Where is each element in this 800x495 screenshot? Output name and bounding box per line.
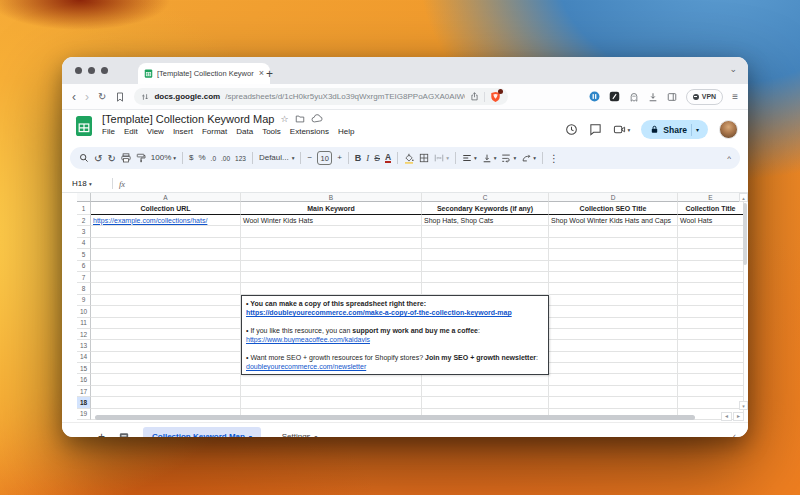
cell-E14[interactable]: [678, 352, 744, 363]
row-header-13[interactable]: 13: [77, 340, 91, 351]
cell-A4[interactable]: [91, 238, 241, 249]
bookmark-icon[interactable]: [115, 92, 125, 102]
cell-E12[interactable]: [678, 329, 744, 340]
menu-file[interactable]: File: [102, 127, 115, 136]
cell-C6[interactable]: [422, 261, 549, 272]
cell-C3[interactable]: [422, 226, 549, 237]
browser-tab[interactable]: [Template] Collection Keywor ×: [138, 63, 270, 84]
cell-A7[interactable]: [91, 272, 241, 283]
sheet-tab-settings[interactable]: Settings▾: [273, 427, 327, 438]
decrease-font-size-button[interactable]: −: [307, 153, 312, 163]
column-header-A[interactable]: A: [91, 193, 241, 202]
increase-decimal-button[interactable]: .00: [221, 155, 230, 162]
cell-E5[interactable]: [678, 249, 744, 260]
cell-E17[interactable]: [678, 386, 744, 397]
brave-shield-icon[interactable]: [490, 91, 501, 103]
avatar[interactable]: [719, 120, 738, 139]
tabstrip-chevron-icon[interactable]: ⌄: [729, 64, 737, 74]
cell-C5[interactable]: [422, 249, 549, 260]
cell-D2[interactable]: Shop Wool Winter Kids Hats and Caps: [549, 215, 678, 226]
cell-D1[interactable]: Collection SEO Title: [549, 202, 678, 215]
cell-D9[interactable]: [549, 295, 678, 306]
row-header-17[interactable]: 17: [77, 386, 91, 397]
more-formats-button[interactable]: 123: [235, 155, 246, 162]
sheet-tab-collection-keyword-map[interactable]: Collection Keyword Map▾: [143, 427, 261, 438]
cell-A18[interactable]: [91, 397, 241, 408]
minimize-window-button[interactable]: [88, 67, 95, 74]
cell-A15[interactable]: [91, 363, 241, 374]
cell-E16[interactable]: [678, 374, 744, 385]
row-header-2[interactable]: 2: [77, 215, 91, 226]
row-header-15[interactable]: 15: [77, 363, 91, 374]
address-bar[interactable]: docs.google.com /spreadsheets/d/1cH0kr5y…: [134, 88, 508, 105]
vpn-button[interactable]: VPN: [686, 89, 723, 105]
column-header-C[interactable]: C: [422, 193, 549, 202]
zoom-select[interactable]: 100%▾: [151, 153, 176, 163]
cell-E2[interactable]: Wool Hats: [678, 215, 744, 226]
row-header-19[interactable]: 19: [77, 409, 91, 420]
cell-C8[interactable]: [422, 283, 549, 294]
document-title[interactable]: [Template] Collection Keyword Map: [102, 113, 274, 125]
horizontal-align-button[interactable]: ▾: [462, 153, 477, 163]
cell-A8[interactable]: [91, 283, 241, 294]
new-tab-button[interactable]: +: [266, 68, 273, 80]
format-currency-button[interactable]: $: [189, 153, 193, 163]
grid-corner[interactable]: [77, 193, 91, 202]
spreadsheet-grid[interactable]: ABCDE1Collection URLMain KeywordSecondar…: [62, 193, 748, 422]
cell-E18[interactable]: [678, 397, 744, 408]
cell-E11[interactable]: [678, 318, 744, 329]
cell-B18[interactable]: [241, 397, 422, 408]
cell-D18[interactable]: [549, 397, 678, 408]
paint-format-icon[interactable]: [136, 153, 146, 163]
sheetbar-scroll-icon[interactable]: ‹: [733, 431, 736, 437]
cell-A2[interactable]: https://example.com/collections/hats/: [91, 215, 241, 226]
increase-font-size-button[interactable]: +: [337, 153, 342, 163]
format-percent-button[interactable]: %: [198, 153, 205, 163]
row-header-16[interactable]: 16: [77, 374, 91, 385]
cell-A13[interactable]: [91, 340, 241, 351]
cell-A3[interactable]: [91, 226, 241, 237]
cell-D6[interactable]: [549, 261, 678, 272]
name-box[interactable]: H18 ▾: [72, 179, 106, 188]
cell-D15[interactable]: [549, 363, 678, 374]
cell-B4[interactable]: [241, 238, 422, 249]
cell-D4[interactable]: [549, 238, 678, 249]
borders-icon[interactable]: [419, 153, 429, 163]
cell-E9[interactable]: [678, 295, 744, 306]
row-header-6[interactable]: 6: [77, 261, 91, 272]
cell-E6[interactable]: [678, 261, 744, 272]
sheet-tab-menu-icon[interactable]: ▾: [249, 434, 252, 438]
cloud-status-icon[interactable]: [311, 114, 323, 124]
decrease-decimal-button[interactable]: .0: [211, 155, 216, 162]
cell-A5[interactable]: [91, 249, 241, 260]
menu-extensions[interactable]: Extensions: [290, 127, 329, 136]
cell-A14[interactable]: [91, 352, 241, 363]
cell-E10[interactable]: [678, 306, 744, 317]
all-sheets-icon[interactable]: [119, 432, 129, 438]
back-button[interactable]: ‹: [72, 91, 76, 103]
strikethrough-button[interactable]: S: [374, 153, 380, 163]
cell-D12[interactable]: [549, 329, 678, 340]
row-header-8[interactable]: 8: [77, 283, 91, 294]
menu-help[interactable]: Help: [338, 127, 354, 136]
bold-button[interactable]: B: [355, 153, 362, 163]
redo-icon[interactable]: ↻: [107, 153, 115, 164]
note-link[interactable]: https://www.buymeacoffee.com/kaidavis: [246, 336, 370, 343]
font-size-input[interactable]: 10: [317, 151, 332, 165]
sidebar-icon[interactable]: [667, 92, 677, 102]
cell-A12[interactable]: [91, 329, 241, 340]
browser-menu-icon[interactable]: ≡: [732, 91, 738, 102]
row-header-4[interactable]: 4: [77, 238, 91, 249]
cell-D17[interactable]: [549, 386, 678, 397]
collapse-toolbar-icon[interactable]: ^: [727, 154, 731, 163]
font-select[interactable]: Defaul...▾: [259, 153, 295, 163]
cell-D3[interactable]: [549, 226, 678, 237]
extension-dark-icon[interactable]: [609, 91, 620, 102]
print-icon[interactable]: [121, 153, 131, 163]
cell-A17[interactable]: [91, 386, 241, 397]
menu-tools[interactable]: Tools: [262, 127, 281, 136]
cell-D7[interactable]: [549, 272, 678, 283]
star-icon[interactable]: ☆: [280, 115, 288, 124]
scroll-up-button[interactable]: ▴: [739, 193, 748, 202]
cell-E1[interactable]: Collection Title: [678, 202, 744, 215]
